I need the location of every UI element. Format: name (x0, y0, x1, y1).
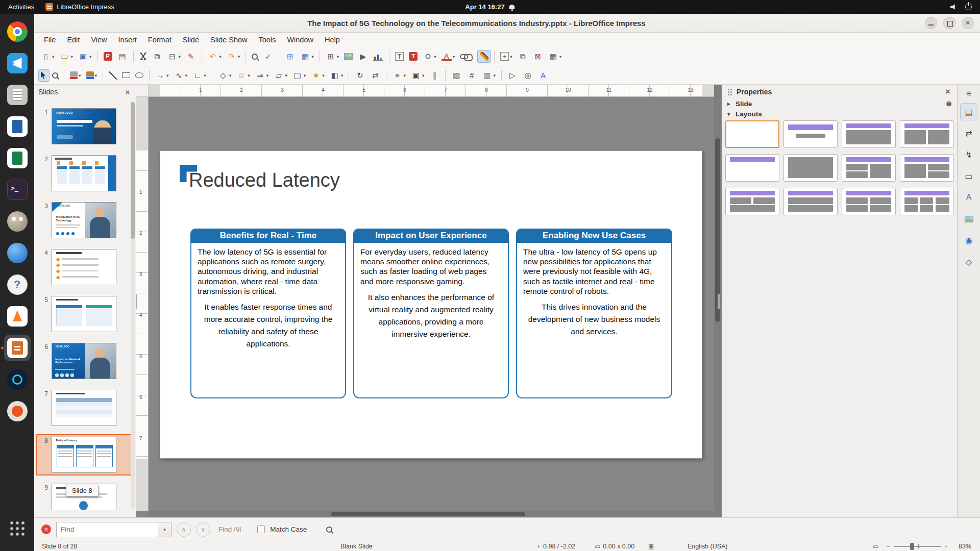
dock-item-chrome[interactable] (4, 18, 31, 45)
symbol-shapes-button[interactable]: ☺▾ (234, 68, 253, 83)
slide-thumbnail-row-6[interactable]: 6YOUR LOGOImpact on Network Performance (36, 341, 132, 381)
dock-item-calc[interactable] (4, 145, 31, 171)
insert-chart-button[interactable] (371, 51, 386, 63)
close-button[interactable] (962, 17, 974, 29)
insert-hyperlink-button[interactable] (457, 52, 471, 61)
layout-centered-text[interactable] (783, 154, 838, 182)
select-button[interactable] (38, 69, 50, 82)
layout-2-content-content[interactable] (842, 154, 896, 182)
maximize-button[interactable] (943, 17, 955, 29)
sidebar-tab-shapes[interactable]: ◇ (960, 253, 977, 270)
slides-scrollbar-thumb[interactable] (131, 102, 135, 239)
duplicate-slide-button[interactable]: ⧉ (515, 49, 530, 64)
layout-content-2-content[interactable] (900, 154, 954, 182)
insert-fontwork-button[interactable]: T (406, 50, 420, 63)
open-button[interactable]: ▭▾ (57, 49, 76, 64)
slide-editing-area[interactable]: Reduced Latency Benefits for Real - Time… (160, 151, 702, 459)
section-slide[interactable]: ▸ Slide ⊛ (722, 98, 957, 109)
slide-thumbnail-row-4[interactable]: 4 (36, 247, 132, 287)
horizontal-scrollbar-thumb[interactable] (331, 512, 525, 516)
ellipse-button[interactable] (133, 70, 146, 80)
clock-menu[interactable]: Apr 14 16:27 (465, 3, 514, 11)
menu-insert[interactable]: Insert (113, 34, 142, 45)
zoom-fit-icon[interactable]: ▭ (873, 541, 878, 551)
zoom-in-button[interactable]: + (944, 541, 948, 551)
document-modified-icon[interactable]: ▣ (648, 541, 654, 551)
redo-button[interactable]: ↷▾ (224, 49, 243, 64)
menu-tools[interactable]: Tools (253, 34, 282, 45)
slide-box-1[interactable]: Benefits for Real - Time The low latency… (190, 229, 346, 398)
delete-slide-button[interactable]: ⊠ (530, 49, 546, 64)
status-language[interactable]: English (USA) (688, 541, 728, 551)
find-close-icon[interactable] (41, 524, 51, 534)
menu-slide-show[interactable]: Slide Show (205, 34, 253, 45)
insert-image-button[interactable] (341, 51, 355, 62)
dock-item-browser[interactable] (4, 240, 31, 266)
layout-6-content[interactable] (900, 188, 954, 215)
dock-item-terminal[interactable] (4, 177, 31, 203)
zoom-slider-handle[interactable] (910, 543, 914, 550)
new-slide-button[interactable]: +▾ (498, 50, 515, 63)
right-panel-splitter[interactable] (718, 294, 720, 309)
fill-color-button[interactable]: ▾ (67, 69, 84, 81)
sidebar-tab-styles[interactable]: A (960, 189, 977, 206)
insert-special-char-button[interactable]: Ω▾ (420, 49, 439, 64)
new-button[interactable]: ▯▾ (38, 49, 57, 64)
slides-panel-close-icon[interactable] (124, 88, 132, 96)
export-pdf-button[interactable]: P (101, 50, 115, 63)
glue-points-button[interactable]: ◎ (520, 68, 535, 83)
sidebar-tab-master-slides[interactable]: ▭ (960, 167, 977, 185)
insert-line-button[interactable] (106, 69, 119, 82)
layout-blank[interactable] (725, 120, 779, 148)
clone-formatting-button[interactable]: ✎ (183, 49, 199, 64)
dock-item-show-applications[interactable] (4, 515, 31, 542)
insert-text-box-button[interactable]: T (393, 50, 406, 63)
topbar-app-menu[interactable]: LibreOffice Impress (45, 3, 114, 11)
slide-thumbnail-row-5[interactable]: 5 (36, 294, 132, 334)
horizontal-scrollbar[interactable] (149, 511, 714, 517)
dock-item-dev-app[interactable] (4, 366, 31, 393)
slide-thumbnail-row-7[interactable]: 7 (36, 388, 132, 428)
slide-thumbnail-row-1[interactable]: 1YOUR LOGO (36, 106, 132, 146)
horizontal-ruler[interactable]: 12345678910111213 (149, 85, 714, 97)
basic-shapes-button[interactable]: ◇▾ (215, 68, 234, 83)
menu-file[interactable]: File (38, 34, 61, 45)
dock-item-vlc[interactable] (4, 303, 31, 330)
slide-layout-button[interactable]: ▦▾ (546, 49, 565, 64)
sidebar-tab-gallery[interactable] (960, 210, 977, 228)
dock-item-text-editor[interactable] (4, 82, 31, 108)
sidebar-tab-navigator[interactable]: ◉ (960, 232, 977, 249)
fontwork-button[interactable]: A (535, 68, 551, 83)
zoom-button[interactable] (50, 70, 61, 81)
layout-content-over-content[interactable] (783, 188, 838, 215)
points-button[interactable]: ▷ (505, 68, 520, 83)
find-next-button[interactable]: ∨ (196, 522, 210, 537)
stars-banners-button[interactable]: ★▾ (308, 68, 327, 83)
find-all-button[interactable]: Find All (218, 525, 241, 533)
align-objects-button[interactable]: ≡▾ (389, 68, 408, 83)
image-filter-button[interactable]: ▥▾ (479, 68, 498, 83)
menu-help[interactable]: Help (319, 34, 346, 45)
find-dropdown-arrow[interactable]: ▾ (158, 522, 172, 537)
section-layouts[interactable]: ▾ Layouts (722, 109, 957, 119)
minimize-button[interactable] (925, 17, 937, 29)
display-views-button[interactable]: ▦▾ (298, 49, 316, 64)
dock-item-impress[interactable] (4, 335, 31, 361)
section-settings-icon[interactable]: ⊛ (946, 99, 952, 108)
callout-shapes-button[interactable]: ▢▾ (290, 68, 309, 83)
lines-arrows-button[interactable]: →▾ (153, 68, 172, 83)
sidebar-tab-animation[interactable]: ↯ (960, 146, 977, 163)
sidebar-tab-properties[interactable]: ▤ (960, 103, 977, 120)
cut-button[interactable] (137, 51, 150, 62)
3d-objects-button[interactable]: ◧▾ (327, 68, 346, 83)
curves-polygons-button[interactable]: ∿▾ (172, 68, 190, 83)
slide-box-2[interactable]: Impact on User Experience For everyday u… (353, 229, 509, 398)
dock-item-help[interactable] (4, 271, 31, 298)
slide-box-3[interactable]: Enabling New Use Cases The ultra - low l… (516, 229, 672, 398)
flowchart-button[interactable]: ▱▾ (271, 68, 290, 83)
sidebar-menu-icon[interactable]: ≡ (966, 89, 971, 99)
rotate-button[interactable]: ↻ (352, 68, 368, 83)
menu-format[interactable]: Format (142, 34, 177, 45)
sidebar-tab-slide-transition[interactable]: ⇄ (960, 124, 977, 142)
vertical-ruler[interactable]: 1234567 (136, 97, 149, 511)
